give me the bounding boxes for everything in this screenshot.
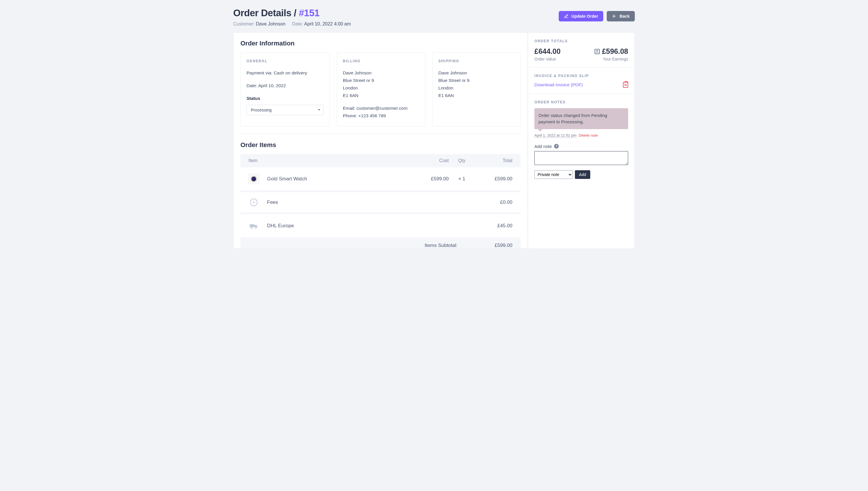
page-title: Order Details / #151 xyxy=(233,7,351,19)
item-name: Fees xyxy=(267,200,417,205)
order-date: April 10, 2022 4:00 am xyxy=(304,22,351,26)
info-shipping-box: SHIPPING Dave Johnson Blue Street nr 9 L… xyxy=(432,52,521,126)
receipt-icon xyxy=(595,49,600,54)
note-timestamp: April 1, 2022 at 11:51 pm xyxy=(534,133,576,138)
billing-city: London xyxy=(343,85,419,91)
update-order-button[interactable]: Update Order xyxy=(559,11,603,22)
svg-point-3 xyxy=(255,227,257,229)
add-note-button[interactable]: Add xyxy=(575,170,590,179)
info-general-label: GENERAL xyxy=(247,59,324,63)
note-type-select[interactable]: Private note xyxy=(534,170,572,179)
subtotal-row: Items Subtotal: £599.00 xyxy=(241,237,521,249)
col-cost: Cost xyxy=(417,158,449,163)
product-thumb xyxy=(249,174,259,184)
customer-name: Dave Johnson xyxy=(256,22,285,26)
help-icon[interactable]: ? xyxy=(554,144,559,148)
order-totals-section: ORDER TOTALS £644.00 Order Value £596.08… xyxy=(528,33,634,67)
item-total: £0.00 xyxy=(475,200,513,205)
billing-email: Email: customer@customer.com xyxy=(343,105,419,112)
subtotal-label: Items Subtotal: xyxy=(425,242,458,249)
order-notes-label: ORDER NOTES xyxy=(534,100,628,104)
note-meta: April 1, 2022 at 11:51 pm Delete note xyxy=(534,133,628,138)
invoice-section: INVOICE & PACKING SLIP Download invoice … xyxy=(528,67,634,94)
subtotal-value: £599.00 xyxy=(475,242,513,249)
item-qty: × 1 xyxy=(449,176,475,182)
shipping-city: London xyxy=(438,85,515,91)
earnings-amount: £596.08 xyxy=(602,47,628,56)
back-button[interactable]: Back xyxy=(607,11,635,22)
item-name: Gold Smart Watch xyxy=(267,176,417,182)
back-label: Back xyxy=(619,14,629,19)
delete-note-link[interactable]: Delete note xyxy=(579,133,598,138)
packing-slip-icon[interactable] xyxy=(623,82,628,88)
col-qty: Qty xyxy=(449,158,475,163)
item-row-fees: + Fees £0.00 xyxy=(241,192,521,212)
shipping-name: Dave Johnson xyxy=(438,69,515,77)
invoice-section-label: INVOICE & PACKING SLIP xyxy=(534,74,628,78)
items-header-row: Item Cost Qty Total xyxy=(241,154,521,167)
info-general-box: GENERAL Payment via: Cash on delivery Da… xyxy=(241,52,330,126)
billing-zip: E1 6AN xyxy=(343,92,419,99)
order-value-label: Order Value xyxy=(534,57,560,61)
note-textarea[interactable] xyxy=(534,151,628,165)
customer-label: Customer: xyxy=(233,22,255,26)
billing-name: Dave Johnson xyxy=(343,69,419,77)
add-note-label: Add note xyxy=(534,144,552,149)
info-billing-box: BILLING Dave Johnson Blue Street nr 9 Lo… xyxy=(337,52,425,126)
date-label: Date: xyxy=(292,22,303,26)
payment-via: Payment via: Cash on delivery xyxy=(247,69,324,77)
sidebar-panel: ORDER TOTALS £644.00 Order Value £596.08… xyxy=(528,32,635,249)
order-note: Order status changed from Pending paymen… xyxy=(534,108,628,129)
shipping-street: Blue Street nr 9 xyxy=(438,77,515,84)
item-total: £599.00 xyxy=(475,176,513,182)
col-item: Item xyxy=(249,158,417,163)
earnings-label: Your Earnings xyxy=(595,57,628,61)
item-cost: £599.00 xyxy=(417,176,449,182)
page-title-prefix: Order Details / xyxy=(233,7,296,18)
edit-icon xyxy=(564,14,568,19)
order-information-title: Order Information xyxy=(241,40,521,47)
main-panel: Order Information GENERAL Payment via: C… xyxy=(233,32,528,249)
order-value-amount: £644.00 xyxy=(534,47,560,56)
info-shipping-label: SHIPPING xyxy=(438,59,515,63)
svg-rect-1 xyxy=(250,224,255,227)
truck-icon xyxy=(249,221,259,231)
col-total: Total xyxy=(475,158,513,163)
plus-circle-icon: + xyxy=(250,199,257,206)
divider xyxy=(241,134,521,134)
info-billing-label: BILLING xyxy=(343,59,419,63)
item-row-product: Gold Smart Watch £599.00 × 1 £599.00 xyxy=(241,167,521,191)
order-items-title: Order Items xyxy=(241,141,521,149)
update-order-label: Update Order xyxy=(571,14,598,19)
item-row-shipping: DHL Europe £45.00 xyxy=(241,214,521,237)
download-invoice-link[interactable]: Download invoice (PDF) xyxy=(534,82,583,87)
billing-street: Blue Street nr 9 xyxy=(343,77,419,84)
item-name: DHL Europe xyxy=(267,223,417,229)
svg-point-2 xyxy=(251,227,253,229)
arrow-left-icon xyxy=(612,14,617,19)
item-total: £45.00 xyxy=(475,223,513,229)
order-date-line: Date: April 10, 2022 xyxy=(247,82,324,89)
status-field-label: Status xyxy=(247,95,324,102)
order-notes-section: ORDER NOTES Order status changed from Pe… xyxy=(528,94,634,187)
order-id: #151 xyxy=(299,7,319,18)
billing-phone: Phone: +123 456 789 xyxy=(343,112,419,119)
shipping-zip: E1 6AN xyxy=(438,92,515,99)
status-select[interactable]: Processing xyxy=(247,105,324,115)
header-meta: Customer: Dave Johnson Date: April 10, 2… xyxy=(233,22,351,27)
order-totals-label: ORDER TOTALS xyxy=(534,39,628,43)
